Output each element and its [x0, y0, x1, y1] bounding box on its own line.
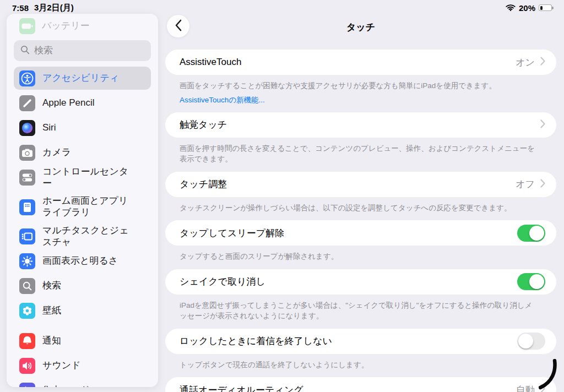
section-footnote: iPadを意図せず振ってしまうことが多い場合は、"シェイクで取り消し"をオフにす…: [180, 300, 535, 322]
speaker-icon: [19, 358, 35, 374]
sidebar-item-label: コントロールセンター: [42, 166, 136, 189]
chevron-right-icon: [540, 57, 545, 68]
section-prevent-lock-end-call: ロックしたときに着信を終了しない トップボタンで現在の通話を終了しないようにしま…: [165, 329, 556, 371]
sidebar-item-search[interactable]: 検索: [14, 274, 151, 298]
camera-icon: [19, 145, 35, 161]
sidebar-item-control-center[interactable]: コントロールセンター: [14, 165, 151, 190]
prevent-lock-end-call-row: ロックしたときに着信を終了しない: [165, 329, 556, 354]
sidebar-item-label: 通知: [42, 335, 61, 347]
row-label: ロックしたときに着信を終了しない: [180, 335, 332, 347]
sidebar-item-home-screen[interactable]: ホーム画面とアプリライブラリ: [14, 190, 151, 224]
battery-icon: [19, 18, 35, 34]
sidebar-search[interactable]: [14, 40, 151, 61]
touch-settings-panel: タッチ AssistiveTouch オン 画面をタッチすることが困難な方や支援…: [165, 0, 556, 392]
row-label: AssistiveTouch: [180, 57, 241, 68]
haptic-touch-row[interactable]: 触覚タッチ: [165, 112, 556, 138]
sidebar-item-label: カメラ: [42, 147, 71, 159]
shake-to-undo-row: シェイクで取り消し: [165, 269, 556, 295]
magnifier-icon: [20, 45, 30, 57]
chevron-right-icon: [540, 179, 545, 190]
sidebar-item-label: アクセシビリティ: [42, 73, 119, 84]
sidebar-item-label: 検索: [42, 280, 61, 292]
shake-to-undo-toggle[interactable]: [517, 273, 545, 290]
sidebar-item-label: マルチタスクとジェスチャ: [42, 225, 136, 248]
row-value: オフ: [516, 178, 535, 190]
sidebar-item-label: Apple Pencil: [42, 97, 95, 109]
sidebar-item-siri[interactable]: Siri: [14, 116, 151, 140]
sidebar-item-apple-pencil[interactable]: Apple Pencil: [14, 91, 151, 116]
sidebar-item-label: ホーム画面とアプリライブラリ: [42, 195, 136, 218]
section-tap-to-wake: タップしてスリープ解除 タップすると画面のスリープが解除されます。: [165, 220, 556, 262]
tap-to-wake-toggle[interactable]: [517, 225, 545, 242]
touch-accommodations-row[interactable]: タッチ調整 オフ: [165, 172, 556, 197]
row-label: 通話オーディオルーティング: [180, 384, 303, 392]
sidebar-item-wallpaper[interactable]: 壁紙: [14, 298, 151, 323]
sidebar-item-accessibility[interactable]: アクセシビリティ: [14, 67, 151, 90]
home-screen-icon: [19, 199, 35, 215]
sidebar-item-display-brightness[interactable]: 画面表示と明るさ: [14, 249, 151, 274]
control-center-icon: [19, 170, 35, 186]
row-label: 触覚タッチ: [180, 118, 227, 131]
clock: 7:58: [12, 3, 29, 13]
moon-icon: [19, 383, 35, 387]
call-audio-routing-row[interactable]: 通話オーディオルーティング 自動: [165, 377, 556, 392]
multitask-icon: [19, 228, 35, 244]
settings-sidebar: バッテリー アクセシビリティ: [7, 14, 158, 387]
sidebar-item-battery[interactable]: バッテリー: [19, 17, 151, 35]
section-footnote: タッチスクリーンが操作しづらい場合は、以下の設定を調整してタッチへの反応を変更で…: [180, 203, 535, 214]
section-haptic-touch: 触覚タッチ 画面を押す時間の長さを変えることで、コンテンツのプレビュー、操作、お…: [165, 112, 556, 165]
section-touch-accommodations: タッチ調整 オフ タッチスクリーンが操作しづらい場合は、以下の設定を調整してタッ…: [165, 172, 556, 214]
section-shake-to-undo: シェイクで取り消し iPadを意図せず振ってしまうことが多い場合は、"シェイクで…: [165, 269, 556, 322]
page-title: タッチ: [165, 21, 556, 34]
sidebar-item-notifications[interactable]: 通知: [14, 329, 151, 353]
row-value: 自動: [516, 384, 535, 392]
section-footnote: 画面をタッチすることが困難な方や支援アクセサリが必要な方も簡単にiPadを使用で…: [180, 80, 535, 91]
sidebar-item-label: 集中モード: [42, 385, 90, 387]
row-label: タップしてスリープ解除: [180, 227, 284, 239]
search-input[interactable]: [34, 45, 156, 56]
wallpaper-icon: [19, 303, 35, 319]
row-label: タッチ調整: [180, 178, 227, 190]
bell-icon: [19, 333, 35, 349]
sidebar-item-label: 壁紙: [42, 305, 61, 317]
pen-stroke-annotation: [539, 359, 560, 392]
section-footnote: 画面を押す時間の長さを変えることで、コンテンツのプレビュー、操作、およびコンテク…: [180, 143, 535, 165]
section-call-audio-routing: 通話オーディオルーティング 自動: [165, 377, 556, 392]
row-label: シェイクで取り消し: [180, 275, 265, 288]
sidebar-item-label: バッテリー: [42, 20, 90, 32]
assistivetouch-whats-new-link[interactable]: AssistiveTouchの新機能...: [180, 95, 265, 105]
section-footnote: トップボタンで現在の通話を終了しないようにします。: [180, 360, 535, 371]
row-value: オン: [516, 56, 535, 69]
sidebar-item-label: 画面表示と明るさ: [42, 255, 118, 267]
sidebar-item-multitasking[interactable]: マルチタスクとジェスチャ: [14, 224, 151, 249]
sidebar-item-sounds[interactable]: サウンド: [14, 353, 151, 378]
sidebar-item-label: サウンド: [42, 360, 81, 372]
chevron-right-icon: [540, 119, 545, 130]
tap-to-wake-row: タップしてスリープ解除: [165, 220, 556, 246]
date: 3月2日(月): [34, 3, 74, 13]
sidebar-item-camera[interactable]: カメラ: [14, 140, 151, 165]
brightness-icon: [19, 253, 35, 269]
prevent-lock-end-call-toggle[interactable]: [517, 333, 545, 350]
assistivetouch-row[interactable]: AssistiveTouch オン: [165, 50, 556, 75]
siri-icon: [19, 120, 35, 136]
accessibility-icon: [19, 70, 35, 86]
sidebar-item-focus[interactable]: 集中モード: [14, 378, 151, 387]
search-icon: [19, 278, 35, 294]
section-footnote: タップすると画面のスリープが解除されます。: [180, 251, 535, 262]
sidebar-item-label: Siri: [42, 122, 56, 134]
section-assistivetouch: AssistiveTouch オン 画面をタッチすることが困難な方や支援アクセサ…: [165, 50, 556, 105]
pencil-icon: [19, 95, 35, 111]
